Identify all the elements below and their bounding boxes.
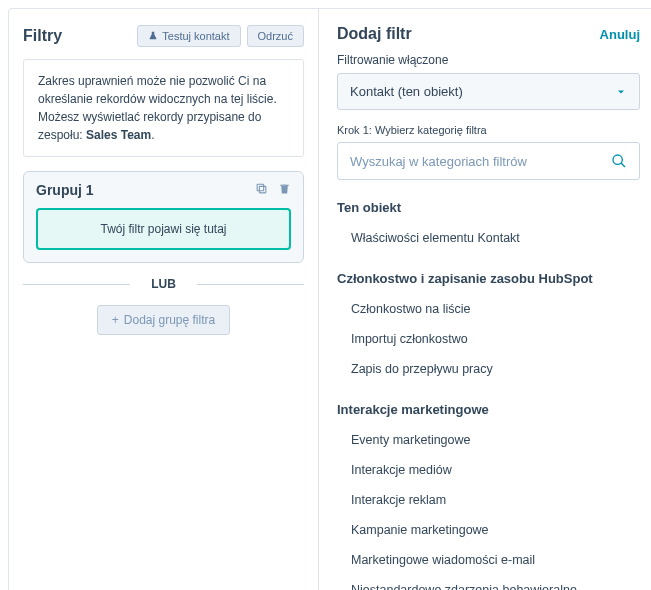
object-select[interactable]: Kontakt (ten obiekt) <box>337 73 640 110</box>
trash-icon[interactable] <box>278 182 291 198</box>
category-item[interactable]: Członkostwo na liście <box>337 294 640 324</box>
category-section: Członkostwo i zapisanie zasobu HubSpotCz… <box>337 271 640 384</box>
search-icon <box>611 153 627 169</box>
category-item[interactable]: Marketingowe wiadomości e-mail <box>337 545 640 575</box>
category-item[interactable]: Importuj członkostwo <box>337 324 640 354</box>
reject-label: Odrzuć <box>258 30 293 42</box>
test-contact-label: Testuj kontakt <box>162 30 229 42</box>
copy-icon[interactable] <box>255 182 268 198</box>
category-item[interactable]: Interakcje mediów <box>337 455 640 485</box>
info-text: Zakres uprawnień może nie pozwolić Ci na… <box>38 74 277 142</box>
step-label: Krok 1: Wybierz kategorię filtra <box>337 124 640 136</box>
search-input[interactable] <box>350 154 611 169</box>
cancel-button[interactable]: Anuluj <box>600 27 640 42</box>
filters-title: Filtry <box>23 27 62 45</box>
category-heading: Członkostwo i zapisanie zasobu HubSpot <box>337 271 640 286</box>
category-item[interactable]: Niestandardowe zdarzenia behawioralne <box>337 575 640 590</box>
category-heading: Interakcje marketingowe <box>337 402 640 417</box>
category-item[interactable]: Interakcje reklam <box>337 485 640 515</box>
category-heading: Ten obiekt <box>337 200 640 215</box>
test-contact-button[interactable]: Testuj kontakt <box>137 25 240 47</box>
category-item[interactable]: Kampanie marketingowe <box>337 515 640 545</box>
plus-icon: + <box>112 313 119 327</box>
or-separator: LUB <box>23 277 304 291</box>
svg-line-3 <box>621 163 625 167</box>
category-item[interactable]: Eventy marketingowe <box>337 425 640 455</box>
filters-panel: Filtry Testuj kontakt Odrzuć Zakres upra… <box>9 9 319 590</box>
add-filter-group-button[interactable]: + Dodaj grupę filtra <box>97 305 230 335</box>
category-search[interactable] <box>337 142 640 180</box>
selected-object-text: Kontakt (ten obiekt) <box>350 84 463 99</box>
category-item[interactable]: Właściwości elementu Kontakt <box>337 223 640 253</box>
filtering-on-label: Filtrowanie włączone <box>337 53 640 67</box>
category-item[interactable]: Zapis do przepływu pracy <box>337 354 640 384</box>
filter-group-card: Grupuj 1 Twój filtr pojawi się tutaj <box>23 171 304 263</box>
svg-point-2 <box>613 155 622 164</box>
add-group-label: Dodaj grupę filtra <box>124 313 215 327</box>
reject-button[interactable]: Odrzuć <box>247 25 304 47</box>
info-team-name: Sales Team <box>86 128 151 142</box>
chevron-down-icon <box>615 86 627 98</box>
category-section: Interakcje marketingoweEventy marketingo… <box>337 402 640 590</box>
svg-rect-0 <box>259 186 266 193</box>
beaker-icon <box>148 31 158 41</box>
svg-rect-1 <box>257 184 264 191</box>
group-title: Grupuj 1 <box>36 182 94 198</box>
category-list: Ten obiektWłaściwości elementu KontaktCz… <box>337 200 640 590</box>
permissions-info: Zakres uprawnień może nie pozwolić Ci na… <box>23 59 304 157</box>
add-filter-title: Dodaj filtr <box>337 25 412 43</box>
add-filter-panel: Dodaj filtr Anuluj Filtrowanie włączone … <box>319 9 651 590</box>
filter-placeholder: Twój filtr pojawi się tutaj <box>36 208 291 250</box>
category-section: Ten obiektWłaściwości elementu Kontakt <box>337 200 640 253</box>
